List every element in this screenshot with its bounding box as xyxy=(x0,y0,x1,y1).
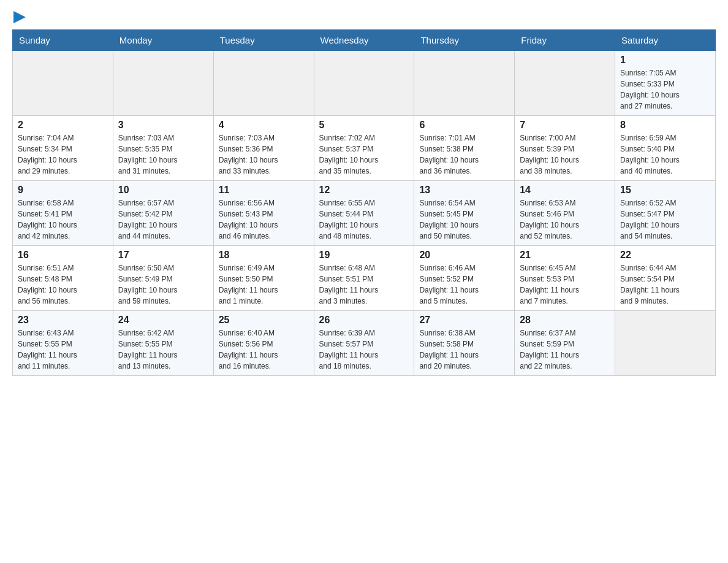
calendar-cell: 11Sunrise: 6:56 AM Sunset: 5:43 PM Dayli… xyxy=(213,181,314,246)
calendar-cell xyxy=(615,311,716,376)
calendar-header-monday: Monday xyxy=(113,30,213,51)
day-info: Sunrise: 6:45 AM Sunset: 5:53 PM Dayligh… xyxy=(520,262,610,307)
day-number: 5 xyxy=(319,120,409,131)
svg-marker-0 xyxy=(13,11,26,23)
calendar-cell: 4Sunrise: 7:03 AM Sunset: 5:36 PM Daylig… xyxy=(213,116,314,181)
day-info: Sunrise: 6:59 AM Sunset: 5:40 PM Dayligh… xyxy=(620,132,710,177)
calendar-cell: 5Sunrise: 7:02 AM Sunset: 5:37 PM Daylig… xyxy=(314,116,414,181)
day-number: 17 xyxy=(118,250,208,261)
day-number: 1 xyxy=(620,55,710,66)
calendar-header-saturday: Saturday xyxy=(615,30,716,51)
calendar-table: SundayMondayTuesdayWednesdayThursdayFrid… xyxy=(12,29,716,376)
day-info: Sunrise: 6:53 AM Sunset: 5:46 PM Dayligh… xyxy=(520,197,610,242)
day-info: Sunrise: 6:38 AM Sunset: 5:58 PM Dayligh… xyxy=(419,327,509,372)
day-info: Sunrise: 7:04 AM Sunset: 5:34 PM Dayligh… xyxy=(18,132,108,177)
day-number: 16 xyxy=(18,250,108,261)
day-number: 11 xyxy=(219,185,309,196)
calendar-cell: 26Sunrise: 6:39 AM Sunset: 5:57 PM Dayli… xyxy=(314,311,414,376)
calendar-cell xyxy=(414,51,515,116)
day-info: Sunrise: 6:51 AM Sunset: 5:48 PM Dayligh… xyxy=(18,262,108,307)
day-number: 12 xyxy=(319,185,409,196)
day-info: Sunrise: 6:57 AM Sunset: 5:42 PM Dayligh… xyxy=(118,197,208,242)
calendar-week-3: 9Sunrise: 6:58 AM Sunset: 5:41 PM Daylig… xyxy=(13,181,716,246)
day-number: 23 xyxy=(18,315,108,326)
day-number: 25 xyxy=(219,315,309,326)
calendar-cell: 23Sunrise: 6:43 AM Sunset: 5:55 PM Dayli… xyxy=(13,311,113,376)
calendar-cell: 1Sunrise: 7:05 AM Sunset: 5:33 PM Daylig… xyxy=(615,51,716,116)
day-info: Sunrise: 6:49 AM Sunset: 5:50 PM Dayligh… xyxy=(219,262,309,307)
day-number: 28 xyxy=(520,315,610,326)
calendar-header-tuesday: Tuesday xyxy=(213,30,314,51)
day-info: Sunrise: 6:54 AM Sunset: 5:45 PM Dayligh… xyxy=(419,197,509,242)
day-info: Sunrise: 7:05 AM Sunset: 5:33 PM Dayligh… xyxy=(620,67,710,112)
calendar-cell: 20Sunrise: 6:46 AM Sunset: 5:52 PM Dayli… xyxy=(414,246,515,311)
calendar-cell: 24Sunrise: 6:42 AM Sunset: 5:55 PM Dayli… xyxy=(113,311,213,376)
calendar-cell: 16Sunrise: 6:51 AM Sunset: 5:48 PM Dayli… xyxy=(13,246,113,311)
day-number: 8 xyxy=(620,120,710,131)
calendar-cell xyxy=(113,51,213,116)
day-info: Sunrise: 6:40 AM Sunset: 5:56 PM Dayligh… xyxy=(219,327,309,372)
day-info: Sunrise: 6:50 AM Sunset: 5:49 PM Dayligh… xyxy=(118,262,208,307)
calendar-header-sunday: Sunday xyxy=(13,30,113,51)
calendar-cell xyxy=(314,51,414,116)
day-info: Sunrise: 6:37 AM Sunset: 5:59 PM Dayligh… xyxy=(520,327,610,372)
day-info: Sunrise: 6:58 AM Sunset: 5:41 PM Dayligh… xyxy=(18,197,108,242)
calendar-cell: 19Sunrise: 6:48 AM Sunset: 5:51 PM Dayli… xyxy=(314,246,414,311)
day-info: Sunrise: 6:52 AM Sunset: 5:47 PM Dayligh… xyxy=(620,197,710,242)
day-number: 22 xyxy=(620,250,710,261)
day-number: 27 xyxy=(419,315,509,326)
calendar-cell: 25Sunrise: 6:40 AM Sunset: 5:56 PM Dayli… xyxy=(213,311,314,376)
day-number: 3 xyxy=(118,120,208,131)
day-number: 7 xyxy=(520,120,610,131)
calendar-cell: 12Sunrise: 6:55 AM Sunset: 5:44 PM Dayli… xyxy=(314,181,414,246)
calendar-cell: 14Sunrise: 6:53 AM Sunset: 5:46 PM Dayli… xyxy=(515,181,615,246)
calendar-week-2: 2Sunrise: 7:04 AM Sunset: 5:34 PM Daylig… xyxy=(13,116,716,181)
calendar-cell: 2Sunrise: 7:04 AM Sunset: 5:34 PM Daylig… xyxy=(13,116,113,181)
day-info: Sunrise: 6:43 AM Sunset: 5:55 PM Dayligh… xyxy=(18,327,108,372)
day-info: Sunrise: 6:55 AM Sunset: 5:44 PM Dayligh… xyxy=(319,197,409,242)
day-number: 21 xyxy=(520,250,610,261)
day-number: 19 xyxy=(319,250,409,261)
day-info: Sunrise: 7:00 AM Sunset: 5:39 PM Dayligh… xyxy=(520,132,610,177)
calendar-cell: 15Sunrise: 6:52 AM Sunset: 5:47 PM Dayli… xyxy=(615,181,716,246)
calendar-cell: 27Sunrise: 6:38 AM Sunset: 5:58 PM Dayli… xyxy=(414,311,515,376)
day-info: Sunrise: 7:01 AM Sunset: 5:38 PM Dayligh… xyxy=(419,132,509,177)
calendar-cell: 21Sunrise: 6:45 AM Sunset: 5:53 PM Dayli… xyxy=(515,246,615,311)
day-number: 18 xyxy=(219,250,309,261)
page-header xyxy=(12,12,716,23)
calendar-cell: 10Sunrise: 6:57 AM Sunset: 5:42 PM Dayli… xyxy=(113,181,213,246)
day-number: 2 xyxy=(18,120,108,131)
calendar-week-4: 16Sunrise: 6:51 AM Sunset: 5:48 PM Dayli… xyxy=(13,246,716,311)
calendar-header-row: SundayMondayTuesdayWednesdayThursdayFrid… xyxy=(13,30,716,51)
day-info: Sunrise: 6:42 AM Sunset: 5:55 PM Dayligh… xyxy=(118,327,208,372)
day-number: 26 xyxy=(319,315,409,326)
day-info: Sunrise: 7:03 AM Sunset: 5:36 PM Dayligh… xyxy=(219,132,309,177)
calendar-cell: 8Sunrise: 6:59 AM Sunset: 5:40 PM Daylig… xyxy=(615,116,716,181)
calendar-header-friday: Friday xyxy=(515,30,615,51)
calendar-cell: 7Sunrise: 7:00 AM Sunset: 5:39 PM Daylig… xyxy=(515,116,615,181)
logo xyxy=(12,12,26,23)
day-info: Sunrise: 7:02 AM Sunset: 5:37 PM Dayligh… xyxy=(319,132,409,177)
day-info: Sunrise: 6:44 AM Sunset: 5:54 PM Dayligh… xyxy=(620,262,710,307)
calendar-week-5: 23Sunrise: 6:43 AM Sunset: 5:55 PM Dayli… xyxy=(13,311,716,376)
day-number: 24 xyxy=(118,315,208,326)
day-info: Sunrise: 6:46 AM Sunset: 5:52 PM Dayligh… xyxy=(419,262,509,307)
day-info: Sunrise: 6:56 AM Sunset: 5:43 PM Dayligh… xyxy=(219,197,309,242)
day-number: 20 xyxy=(419,250,509,261)
logo-arrow-icon xyxy=(13,11,26,23)
day-number: 4 xyxy=(219,120,309,131)
calendar-cell: 6Sunrise: 7:01 AM Sunset: 5:38 PM Daylig… xyxy=(414,116,515,181)
day-number: 10 xyxy=(118,185,208,196)
day-number: 6 xyxy=(419,120,509,131)
calendar-cell: 17Sunrise: 6:50 AM Sunset: 5:49 PM Dayli… xyxy=(113,246,213,311)
calendar-cell: 18Sunrise: 6:49 AM Sunset: 5:50 PM Dayli… xyxy=(213,246,314,311)
calendar-cell: 9Sunrise: 6:58 AM Sunset: 5:41 PM Daylig… xyxy=(13,181,113,246)
calendar-header-thursday: Thursday xyxy=(414,30,515,51)
day-info: Sunrise: 6:39 AM Sunset: 5:57 PM Dayligh… xyxy=(319,327,409,372)
calendar-cell: 22Sunrise: 6:44 AM Sunset: 5:54 PM Dayli… xyxy=(615,246,716,311)
day-info: Sunrise: 7:03 AM Sunset: 5:35 PM Dayligh… xyxy=(118,132,208,177)
calendar-cell: 3Sunrise: 7:03 AM Sunset: 5:35 PM Daylig… xyxy=(113,116,213,181)
day-number: 15 xyxy=(620,185,710,196)
day-info: Sunrise: 6:48 AM Sunset: 5:51 PM Dayligh… xyxy=(319,262,409,307)
calendar-cell xyxy=(213,51,314,116)
